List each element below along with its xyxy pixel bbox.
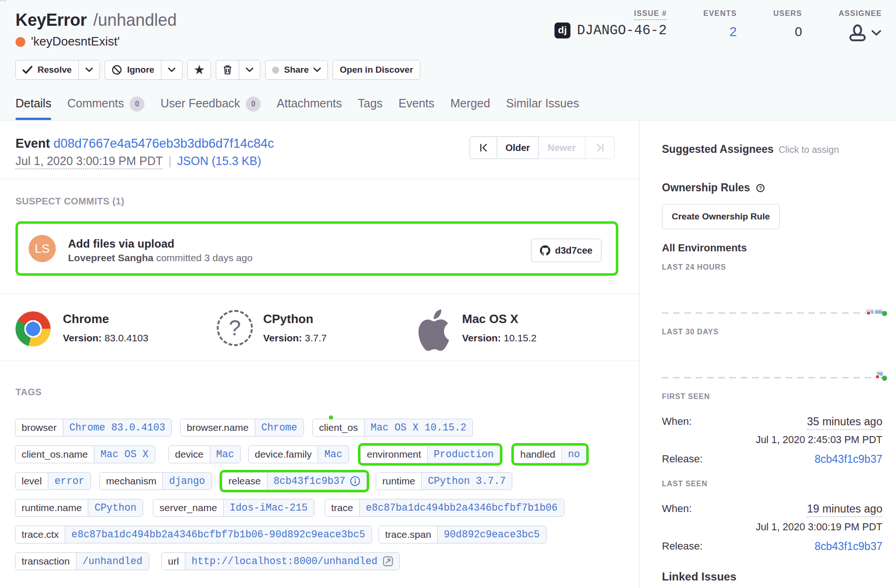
- svg-text:?: ?: [759, 185, 762, 191]
